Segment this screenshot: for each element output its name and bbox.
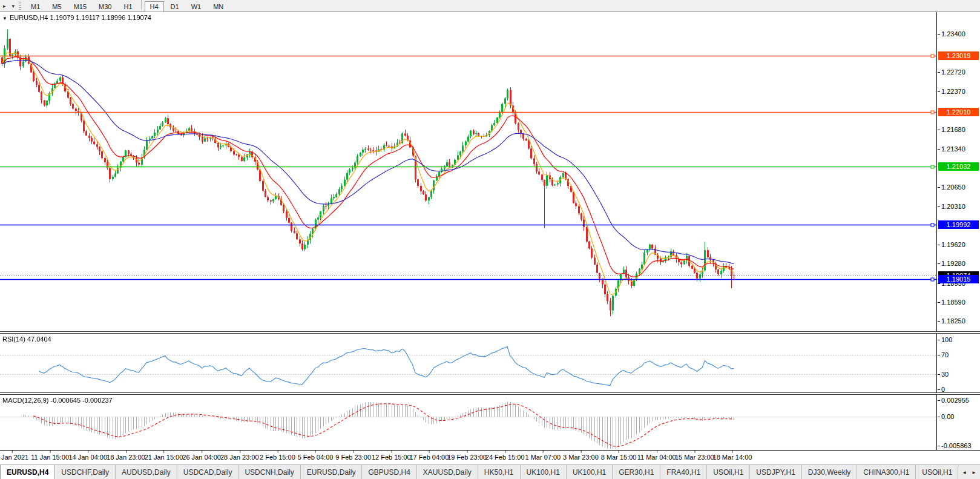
rsi-panel: RSI(14) 47.0404 10070300 [0, 334, 980, 392]
price-axis-tick: 1.20650 [941, 183, 965, 191]
rsi-axis-tick: 30 [941, 371, 949, 378]
mt4-window: ▸ ▾ M1M5M15M30H1H4D1W1MN ▼EURUSD,H4 1.19… [0, 0, 980, 479]
time-axis-label: 21 Jan 15:00 [145, 454, 183, 461]
price-chart-canvas[interactable] [0, 12, 936, 331]
price-axis-tick: 1.23400 [941, 30, 965, 38]
tab-GER30-H1[interactable]: GER30,H1 [613, 465, 660, 479]
tab-USOil-H1[interactable]: USOil,H1 [916, 465, 959, 479]
level-badge-1.21032[interactable]: 1.21032 [938, 162, 979, 171]
toolbar-grip[interactable] [19, 2, 21, 10]
timeframe-button-m15[interactable]: M15 [68, 1, 92, 12]
time-axis-label: 11 Jan 15:00 [31, 454, 69, 461]
tab-scroll-controls: ◄ ► [958, 466, 980, 479]
time-axis-label: 26 Jan 04:00 [182, 454, 221, 461]
time-axis-label: 11 Mar 04:00 [637, 454, 676, 461]
rsi-axis-tick: 70 [941, 351, 949, 358]
tab-AUDUSD-Daily[interactable]: AUDUSD,Daily [116, 465, 177, 479]
macd-canvas[interactable] [0, 395, 936, 450]
time-axis-label: 3 Mar 23:00 [563, 454, 599, 461]
time-axis-label: 14 Jan 04:00 [68, 454, 107, 461]
level-badge-1.19015[interactable]: 1.19015 [938, 275, 979, 283]
timeframe-toolbar: ▸ ▾ M1M5M15M30H1H4D1W1MN [0, 0, 980, 12]
price-axis[interactable]: 1.234001.227201.223701.216801.213401.206… [936, 12, 980, 331]
price-axis-tick: 1.22370 [941, 88, 965, 95]
timeframe-button-m5[interactable]: M5 [47, 1, 67, 12]
time-axis-label: 28 Jan 23:00 [220, 454, 259, 461]
timeframe-button-w1[interactable]: W1 [186, 1, 207, 12]
tab-GBPUSD-H4[interactable]: GBPUSD,H4 [362, 465, 416, 479]
time-axis-label: 5 Feb 04:00 [298, 454, 334, 461]
time-axis-label: 18 Mar 14:00 [713, 454, 752, 461]
time-axis-label: 17 Feb 04:00 [410, 454, 449, 461]
timeframe-button-h1[interactable]: H1 [118, 1, 137, 12]
time-axis-label: 8 Mar 15:00 [601, 454, 637, 461]
tab-DJ30-Weekly[interactable]: DJ30,Weekly [802, 465, 857, 479]
timeframe-button-d1[interactable]: D1 [165, 1, 185, 12]
toolbar-separator [141, 0, 142, 9]
tab-HK50-H1[interactable]: HK50,H1 [478, 465, 521, 479]
time-axis-label: 12 Feb 15:00 [372, 454, 411, 461]
timeframe-button-h4[interactable]: H4 [145, 1, 164, 12]
macd-axis-tick: 0.002955 [941, 397, 969, 404]
chart-title-text: EURUSD,H4 1.19079 1.19117 1.18996 1.1907… [10, 14, 151, 21]
price-axis-tick: 1.21340 [941, 145, 965, 153]
tab-scroll-left-icon[interactable]: ◄ [962, 471, 967, 475]
chart-scroll-icon[interactable]: ▸ [0, 3, 9, 9]
tab-scroll-right-icon[interactable]: ► [972, 471, 976, 475]
price-axis-tick: 1.19620 [941, 241, 965, 248]
tab-CHINA300-H1[interactable]: CHINA300,H1 [857, 465, 916, 479]
price-axis-tick: 1.21680 [941, 126, 965, 133]
macd-axis-tick: 0.00 [941, 413, 954, 420]
price-axis-tick: 1.20310 [941, 203, 965, 210]
timeframe-button-m1[interactable]: M1 [25, 1, 45, 12]
price-axis-tick: 1.19280 [941, 260, 965, 267]
time-axis-label: 2 Feb 15:00 [260, 454, 295, 461]
toolbar-dropdown-icon[interactable]: ▾ [9, 3, 18, 9]
timeframe-buttons: M1M5M15M30H1H4D1W1MN [25, 0, 229, 12]
tab-EURUSD-Daily[interactable]: EURUSD,Daily [301, 465, 363, 479]
level-badge-1.23019[interactable]: 1.23019 [938, 51, 979, 60]
time-axis[interactable]: 5 Jan 202111 Jan 15:0014 Jan 04:0018 Jan… [0, 450, 980, 465]
timeframe-button-mn[interactable]: MN [208, 1, 229, 12]
tab-UK100-H1[interactable]: UK100,H1 [521, 465, 567, 479]
time-axis-label: 15 Mar 23:00 [675, 454, 714, 461]
price-axis-tick: 1.18590 [941, 299, 965, 306]
collapse-icon[interactable]: ▼ [2, 16, 7, 21]
macd-panel: MACD(12,26,9) -0.000645 -0.000237 0.0029… [0, 395, 980, 450]
time-axis-label: 9 Feb 23:00 [335, 454, 371, 461]
time-axis-label: 1 Mar 07:00 [525, 454, 561, 461]
tab-USDJPY-H1[interactable]: USDJPY,H1 [750, 465, 801, 479]
rsi-label: RSI(14) 47.0404 [2, 335, 51, 343]
time-axis-label: 19 Feb 23:00 [447, 454, 487, 461]
rsi-axis-tick: 100 [941, 336, 952, 343]
time-axis-label: 18 Jan 23:00 [107, 454, 145, 461]
macd-axis-tick: -0.005863 [941, 442, 972, 449]
level-badge-1.19992[interactable]: 1.19992 [938, 220, 979, 229]
tab-UK100-H1[interactable]: UK100,H1 [567, 465, 613, 479]
rsi-canvas[interactable] [0, 334, 936, 392]
tab-FRA40-H1[interactable]: FRA40,H1 [660, 465, 707, 479]
macd-axis[interactable]: 0.0029550.00-0.005863 [936, 395, 980, 450]
timeframe-button-m30[interactable]: M30 [93, 1, 117, 12]
tab-USDCAD-Daily[interactable]: USDCAD,Daily [177, 465, 239, 479]
chart-title: ▼EURUSD,H4 1.19079 1.19117 1.18996 1.190… [2, 14, 151, 21]
price-chart-panel: ▼EURUSD,H4 1.19079 1.19117 1.18996 1.190… [0, 12, 980, 331]
tab-USDCNH-Daily[interactable]: USDCNH,Daily [238, 465, 300, 479]
time-axis-label: 5 Jan 2021 [0, 454, 28, 461]
tab-USOil-H1[interactable]: USOil,H1 [707, 465, 750, 479]
time-axis-label: 24 Feb 15:00 [485, 454, 525, 461]
tab-EURUSD-H4[interactable]: EURUSD,H4 [0, 465, 55, 479]
tab-USDCHF-Daily[interactable]: USDCHF,Daily [55, 465, 116, 479]
level-badge-1.22010[interactable]: 1.22010 [938, 108, 979, 116]
price-axis-tick: 1.18250 [941, 317, 965, 325]
rsi-axis[interactable]: 10070300 [936, 334, 980, 392]
chart-tab-bar: EURUSD,H4USDCHF,DailyAUDUSD,DailyUSDCAD,… [0, 464, 980, 479]
tab-XAUUSD-Daily[interactable]: XAUUSD,Daily [417, 465, 478, 479]
macd-label: MACD(12,26,9) -0.000645 -0.000237 [2, 397, 113, 404]
price-axis-tick: 1.22720 [941, 68, 965, 76]
